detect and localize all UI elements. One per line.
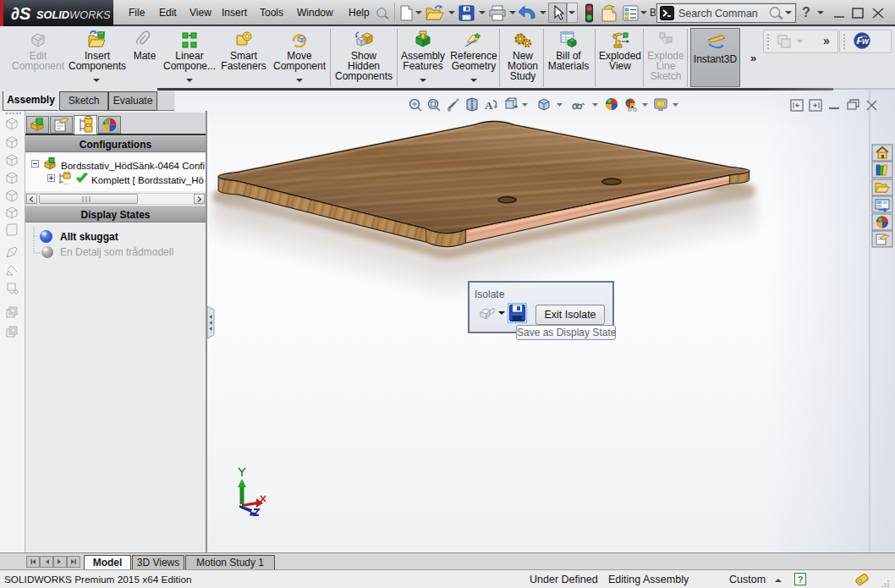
svg-text:Fw: Fw <box>857 36 870 46</box>
svg-text:SOLIDWORKS: SOLIDWORKS <box>36 8 111 21</box>
svg-text:A: A <box>485 99 493 112</box>
svg-text:»: » <box>823 34 830 47</box>
svg-text:...: ... <box>63 179 69 185</box>
svg-text:∂S: ∂S <box>11 4 31 23</box>
